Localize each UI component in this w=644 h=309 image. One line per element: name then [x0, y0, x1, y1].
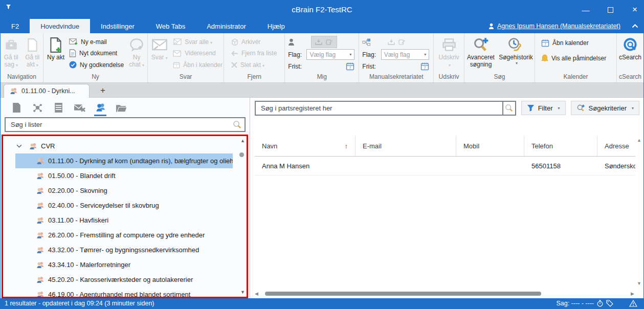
column-header-mobil[interactable]: Mobil [456, 136, 524, 156]
me-deadline-calendar-icon[interactable]: 7 [346, 62, 354, 71]
stopwatch-icon[interactable] [596, 300, 604, 307]
tray-icon[interactable] [315, 39, 322, 45]
horizontal-scroll-track[interactable] [261, 291, 628, 296]
maximize-button[interactable] [605, 6, 616, 14]
active-tab-label: 01.11.00 - Dyrkni... [21, 87, 75, 95]
search-history-button[interactable]: Søgehistorik ▾ [498, 35, 534, 72]
goto-case-button[interactable]: Gå til sag▾ [2, 35, 21, 72]
view-folders-icon[interactable] [115, 101, 128, 114]
archive-button[interactable]: Arkivér [231, 36, 277, 47]
view-lists-icon[interactable] [52, 101, 65, 114]
scroll-down-icon[interactable]: ▼ [637, 281, 641, 286]
tree-item[interactable]: 46.19.00 - Agenturhandel med blandet sor… [3, 287, 247, 298]
ribbon: Gå til sag▾ Gå til akt▾ Navigation Ny ak… [1, 33, 643, 83]
tag-icon[interactable] [606, 300, 613, 307]
me-flag-label: Flag: [288, 51, 304, 58]
unit-edit-flag-icon[interactable] [398, 39, 406, 45]
column-header-email[interactable]: E-mail [356, 136, 456, 156]
tree-item[interactable]: 26.20.00 - Fremstilling af computere og … [3, 228, 247, 242]
view-mail-icon[interactable] [73, 101, 86, 114]
active-document-tab[interactable]: 01.11.00 - Dyrkni... [4, 84, 90, 98]
new-tab-button[interactable]: + [97, 84, 109, 97]
new-document-button[interactable]: Nyt dokument [69, 48, 124, 59]
list-search-icon[interactable] [233, 120, 241, 129]
close-button[interactable]: × [629, 5, 640, 15]
tree-scroll-down-icon[interactable]: ▼ [240, 290, 245, 295]
reply-button[interactable]: Svar▾ [151, 35, 168, 72]
parties-icon [36, 217, 45, 224]
print-button[interactable]: Udskriv▾ [436, 35, 462, 72]
parties-icon [36, 261, 45, 269]
forward-button[interactable]: Videresend [173, 48, 223, 59]
current-user[interactable]: Agnes Ipsum Hansen (Manualsekretariatet) [488, 23, 620, 30]
menu-hovedvindue[interactable]: Hovedvindue [30, 19, 90, 33]
warning-icon[interactable] [629, 300, 637, 307]
show-reminders-button[interactable]: Vis alle påmindelser [541, 53, 606, 63]
collapse-ribbon-icon[interactable] [632, 24, 638, 28]
search-criteria-button[interactable]: Søgekriterier ▾ [571, 101, 639, 115]
forward-icon [173, 50, 182, 57]
reply-all-button[interactable]: Svar alle▾ [173, 36, 223, 47]
new-approval-button[interactable]: Ny godkendelse [69, 59, 124, 70]
party-search-input[interactable] [261, 104, 502, 112]
table-row[interactable]: Anna M Hansen 56501158 Sønderskovve [255, 157, 635, 175]
list-search-input[interactable] [11, 121, 233, 128]
unit-flag-select[interactable]: Vælg flag ▾ [381, 49, 430, 60]
menu-web-tabs[interactable]: Web Tabs [145, 19, 196, 33]
cell-email [356, 157, 456, 175]
view-documents-icon[interactable] [10, 101, 23, 114]
tree-scroll-thumb[interactable] [239, 152, 244, 157]
open-in-calendar-button[interactable]: 7 Åbn i kalender [173, 59, 223, 70]
tree-item[interactable]: 02.20.00 - Skovning [3, 183, 247, 198]
menu-administrator[interactable]: Administrator [196, 19, 257, 33]
column-header-telefon[interactable]: Telefon [524, 136, 597, 156]
new-chat-button[interactable]: Ny chat▾ [127, 35, 146, 72]
me-flag-select[interactable]: Vælg flag ▾ [306, 49, 354, 60]
advanced-search-button[interactable]: Avanceret søgning [465, 35, 496, 72]
remove-from-list-button[interactable]: Fjern fra liste [231, 48, 277, 59]
tree-scroll-up-icon[interactable]: ▲ [240, 138, 245, 143]
minimize-button[interactable]: — [580, 6, 591, 14]
tree-item[interactable]: 01.50.00 - Blandet drift [3, 168, 247, 183]
party-search-button[interactable] [503, 101, 516, 116]
menu-indstillinger[interactable]: Indstillinger [90, 19, 145, 33]
column-header-adresse[interactable]: Adresse [597, 136, 635, 156]
tree-item[interactable]: 45.20.20 - Karosseriværksteder og autola… [3, 272, 247, 287]
tree-item[interactable]: 03.11.00 - Havfiskeri [3, 213, 247, 228]
new-record-button[interactable]: Ny akt [47, 35, 65, 72]
open-calendar-button[interactable]: 7 Åbn kalender [541, 37, 606, 48]
ribbon-group-ny: Ny akt Ny e-mail Nyt dokument [43, 33, 148, 82]
filter-button[interactable]: Filter ▾ [521, 101, 566, 115]
scroll-up-icon[interactable]: ▲ [637, 138, 641, 143]
group-label-fjern: Fjern [224, 72, 284, 82]
party-table-header: Navn ↑ E-mail Mobil Telefon Adresse [255, 136, 635, 157]
csearch-button[interactable]: cSearch [618, 35, 642, 72]
new-document-icon [69, 49, 76, 57]
menu-hjaelp[interactable]: Hjælp [257, 19, 296, 33]
new-email-button[interactable]: Ny e-mail [69, 36, 124, 47]
tree-item[interactable]: 02.40.00 - Serviceydelser til skovbrug [3, 198, 247, 213]
search-icon [505, 104, 513, 112]
sort-ascending-icon: ↑ [345, 142, 348, 150]
horizontal-scrollbar[interactable]: ◀ ▶ [255, 290, 634, 297]
goto-record-button[interactable]: Gå til akt▾ [23, 35, 42, 72]
tree-root-cvr[interactable]: CVR [3, 139, 247, 153]
tree-item[interactable]: 01.11.00 - Dyrkning af korn (undtagen ri… [15, 153, 233, 168]
open-calendar-icon: 7 [541, 39, 549, 47]
vertical-scrollbar[interactable]: ▲ ▼ [635, 136, 643, 288]
scroll-left-icon[interactable]: ◀ [255, 291, 261, 296]
chevron-down-icon[interactable] [16, 144, 22, 148]
edit-flag-icon[interactable] [326, 39, 333, 45]
menu-f2[interactable]: F2 [1, 19, 30, 33]
tree-item[interactable]: 43.34.10 - Malerforretninger [3, 257, 247, 272]
scroll-right-icon[interactable]: ▶ [628, 291, 634, 296]
unit-deadline-calendar-icon[interactable]: 7 [420, 62, 429, 71]
column-header-navn[interactable]: Navn ↑ [255, 136, 356, 156]
view-parties-icon[interactable] [94, 101, 107, 114]
view-network-icon[interactable] [31, 101, 44, 114]
unit-tray-icon[interactable] [388, 39, 395, 45]
horizontal-scroll-thumb[interactable] [265, 292, 541, 296]
tree-item[interactable]: 43.32.00 - Tømrer- og bygningssnedkervir… [3, 242, 247, 257]
delete-record-button[interactable]: Slet akt▾ [231, 59, 277, 70]
bell-icon [541, 54, 548, 62]
